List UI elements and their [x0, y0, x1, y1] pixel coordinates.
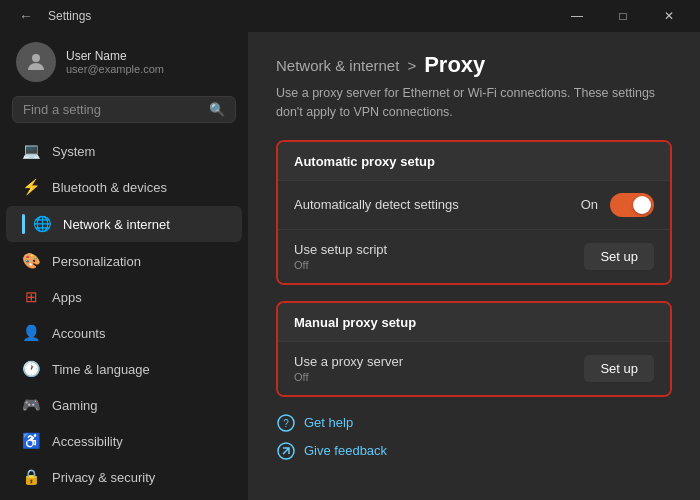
manual-proxy-section: Manual proxy setup Use a proxy server Of…: [276, 301, 672, 397]
use-proxy-label-group: Use a proxy server Off: [294, 354, 403, 383]
use-proxy-controls: Set up: [584, 355, 654, 382]
breadcrumb: Network & internet > Proxy: [276, 52, 672, 78]
sidebar-item-network[interactable]: 🌐 Network & internet: [6, 206, 242, 242]
sidebar-item-label: Gaming: [52, 398, 98, 413]
sidebar-item-personalization[interactable]: 🎨 Personalization: [6, 244, 242, 278]
use-proxy-sub: Off: [294, 371, 403, 383]
sidebar-item-label: System: [52, 144, 95, 159]
setup-script-row: Use setup script Off Set up: [278, 229, 670, 283]
setup-script-label-group: Use setup script Off: [294, 242, 387, 271]
use-proxy-button[interactable]: Set up: [584, 355, 654, 382]
auto-detect-toggle[interactable]: [610, 193, 654, 217]
active-indicator: [22, 214, 25, 234]
titlebar: ← Settings — □ ✕: [0, 0, 700, 32]
sidebar-item-apps[interactable]: ⊞ Apps: [6, 280, 242, 314]
sidebar-item-label: Accessibility: [52, 434, 123, 449]
get-help-label: Get help: [304, 415, 353, 430]
accessibility-icon: ♿: [22, 432, 40, 450]
close-button[interactable]: ✕: [646, 0, 692, 32]
sidebar-item-bluetooth[interactable]: ⚡ Bluetooth & devices: [6, 170, 242, 204]
sidebar-item-system[interactable]: 💻 System: [6, 134, 242, 168]
auto-detect-status: On: [581, 197, 598, 212]
personalization-icon: 🎨: [22, 252, 40, 270]
sidebar-item-label: Personalization: [52, 254, 141, 269]
user-name: User Name: [66, 49, 164, 63]
sidebar-item-time[interactable]: 🕐 Time & language: [6, 352, 242, 386]
minimize-button[interactable]: —: [554, 0, 600, 32]
apps-icon: ⊞: [22, 288, 40, 306]
sidebar-item-label: Network & internet: [63, 217, 170, 232]
user-profile[interactable]: User Name user@example.com: [0, 32, 248, 96]
sidebar-item-gaming[interactable]: 🎮 Gaming: [6, 388, 242, 422]
setup-script-button[interactable]: Set up: [584, 243, 654, 270]
main-content: Network & internet > Proxy Use a proxy s…: [248, 32, 700, 500]
network-icon: 🌐: [33, 215, 51, 233]
auto-detect-row: Automatically detect settings On: [278, 180, 670, 229]
use-proxy-row: Use a proxy server Off Set up: [278, 341, 670, 395]
sidebar-item-accessibility[interactable]: ♿ Accessibility: [6, 424, 242, 458]
give-feedback-label: Give feedback: [304, 443, 387, 458]
maximize-button[interactable]: □: [600, 0, 646, 32]
time-icon: 🕐: [22, 360, 40, 378]
search-box[interactable]: 🔍: [12, 96, 236, 123]
titlebar-controls: — □ ✕: [554, 0, 692, 32]
automatic-proxy-header: Automatic proxy setup: [278, 142, 670, 180]
page-description: Use a proxy server for Ethernet or Wi-Fi…: [276, 84, 672, 122]
svg-text:?: ?: [283, 418, 289, 429]
breadcrumb-parent: Network & internet: [276, 57, 399, 74]
sidebar-item-label: Time & language: [52, 362, 150, 377]
auto-detect-controls: On: [581, 193, 654, 217]
automatic-proxy-title: Automatic proxy setup: [294, 154, 435, 169]
breadcrumb-current: Proxy: [424, 52, 485, 78]
sidebar-item-update[interactable]: ⟳ Windows Update: [6, 496, 242, 500]
breadcrumb-separator: >: [407, 57, 416, 74]
avatar: [16, 42, 56, 82]
links-section: ? Get help Give feedback: [276, 413, 672, 461]
bluetooth-icon: ⚡: [22, 178, 40, 196]
back-button[interactable]: ←: [12, 2, 40, 30]
sidebar-item-label: Bluetooth & devices: [52, 180, 167, 195]
toggle-knob: [633, 196, 651, 214]
get-help-link[interactable]: ? Get help: [276, 413, 672, 433]
titlebar-left: ← Settings: [12, 2, 91, 30]
feedback-icon: [276, 441, 296, 461]
sidebar: User Name user@example.com 🔍 💻 System ⚡ …: [0, 32, 248, 500]
help-icon: ?: [276, 413, 296, 433]
sidebar-item-label: Apps: [52, 290, 82, 305]
sidebar-item-privacy[interactable]: 🔒 Privacy & security: [6, 460, 242, 494]
manual-proxy-title: Manual proxy setup: [294, 315, 416, 330]
system-icon: 💻: [22, 142, 40, 160]
privacy-icon: 🔒: [22, 468, 40, 486]
sidebar-item-label: Accounts: [52, 326, 105, 341]
give-feedback-link[interactable]: Give feedback: [276, 441, 672, 461]
titlebar-title: Settings: [48, 9, 91, 23]
auto-detect-label: Automatically detect settings: [294, 197, 459, 212]
sidebar-item-label: Privacy & security: [52, 470, 155, 485]
manual-proxy-header: Manual proxy setup: [278, 303, 670, 341]
app-body: User Name user@example.com 🔍 💻 System ⚡ …: [0, 32, 700, 500]
sidebar-item-accounts[interactable]: 👤 Accounts: [6, 316, 242, 350]
accounts-icon: 👤: [22, 324, 40, 342]
svg-point-0: [32, 54, 40, 62]
search-input[interactable]: [23, 102, 201, 117]
user-email: user@example.com: [66, 63, 164, 75]
setup-script-controls: Set up: [584, 243, 654, 270]
gaming-icon: 🎮: [22, 396, 40, 414]
setup-script-label: Use setup script: [294, 242, 387, 257]
auto-detect-label-group: Automatically detect settings: [294, 197, 459, 212]
user-info: User Name user@example.com: [66, 49, 164, 75]
use-proxy-label: Use a proxy server: [294, 354, 403, 369]
search-icon: 🔍: [209, 102, 225, 117]
setup-script-sub: Off: [294, 259, 387, 271]
automatic-proxy-section: Automatic proxy setup Automatically dete…: [276, 140, 672, 285]
